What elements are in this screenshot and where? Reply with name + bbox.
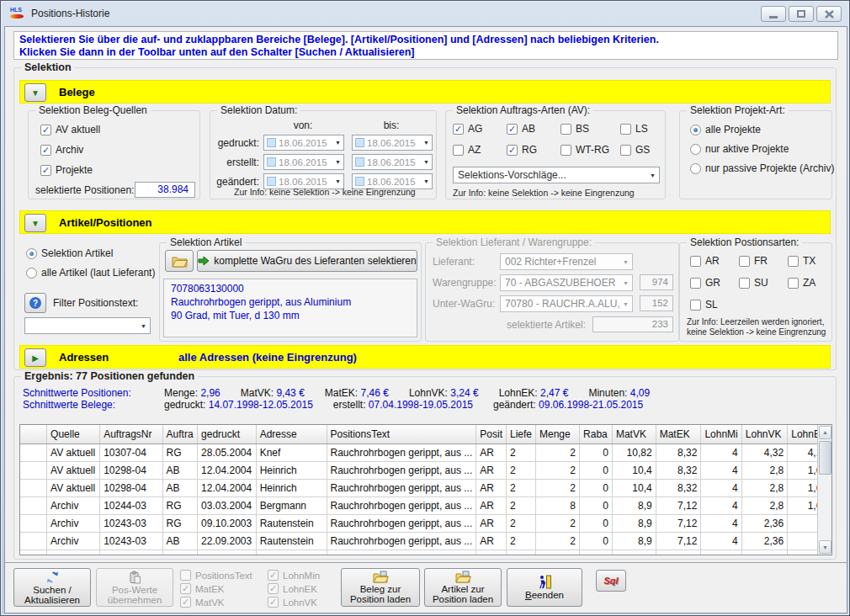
radio-dot[interactable] — [26, 248, 37, 259]
column-header[interactable]: AuftragsNr — [100, 425, 162, 443]
checkbox-su[interactable]: SU — [739, 277, 788, 289]
checkbox-fr[interactable]: FR — [739, 255, 788, 267]
radio-selektion-artikel[interactable]: Selektion Artikel — [26, 247, 155, 259]
checkbox-box[interactable]: ✓ — [40, 125, 51, 135]
checkbox-box[interactable] — [453, 145, 464, 156]
title-bar[interactable]: HLS Positions-Historie — [1, 1, 849, 26]
checkbox-ar[interactable]: AR — [690, 255, 739, 267]
belege-collapse-button[interactable]: ▼ — [24, 83, 46, 102]
maximize-button[interactable] — [789, 6, 814, 22]
checkbox-projekte[interactable]: ✓Projekte — [40, 164, 100, 176]
beenden-button[interactable]: Beenden — [507, 568, 582, 607]
beleg-zur-position-laden-button[interactable]: Beleg zur Position laden — [341, 568, 420, 607]
date-checkbox[interactable] — [267, 157, 276, 167]
minimize-button[interactable] — [761, 6, 786, 22]
checkbox-box[interactable]: ✓ — [40, 145, 51, 156]
suchen-aktualisieren-button[interactable]: Suchen / Aktualisieren — [13, 568, 91, 607]
column-header[interactable]: LohnMi — [701, 425, 741, 443]
column-header[interactable]: LohnVK — [741, 425, 787, 443]
column-header[interactable]: Raba — [580, 425, 613, 443]
radio-dot[interactable] — [690, 125, 701, 135]
checkbox-box[interactable] — [788, 256, 799, 267]
scrollbar-thumb[interactable] — [819, 441, 831, 475]
filter-positionstext-dropdown[interactable]: ▼ — [24, 317, 151, 334]
checkbox-box[interactable] — [690, 278, 701, 289]
vertical-scrollbar[interactable]: ▲ ▼ — [817, 425, 831, 555]
column-header[interactable]: Menge — [536, 425, 580, 443]
column-header[interactable]: Quelle — [47, 425, 100, 443]
table-row[interactable]: AV aktuell10307-04RG28.05.2004KnefRauchr… — [20, 443, 831, 461]
checkbox-box[interactable]: ✓ — [507, 145, 518, 156]
checkbox-tx[interactable]: TX — [788, 255, 825, 267]
checkbox-box[interactable] — [690, 256, 701, 267]
radio-dot[interactable] — [690, 163, 701, 174]
checkbox-box[interactable] — [620, 145, 631, 156]
column-header[interactable]: MatEK — [656, 425, 701, 443]
checkbox-box[interactable] — [788, 278, 799, 289]
checkbox-wt-rg[interactable]: WT-RG — [560, 144, 620, 156]
checkbox-box[interactable] — [739, 278, 750, 289]
selektions-vorschlaege-dropdown[interactable]: Selektions-Vorschläge... ▼ — [453, 167, 660, 183]
checkbox-av-aktuell[interactable]: ✓AV aktuell — [40, 124, 100, 135]
artikel-collapse-button[interactable]: ▼ — [24, 214, 46, 232]
radio-nur-passive-projekte-archiv-[interactable]: nur passive Projekte (Archiv) — [690, 162, 834, 174]
column-header[interactable]: Adresse — [256, 425, 327, 443]
checkbox-ab[interactable]: ✓AB — [507, 123, 560, 135]
checkbox-box[interactable] — [739, 256, 750, 267]
checkbox-rg[interactable]: ✓RG — [507, 144, 560, 156]
wagru-select-button[interactable]: komplette WaGru des Lieferanten selektie… — [197, 250, 417, 272]
column-header[interactable] — [20, 425, 47, 443]
table-row[interactable]: AV aktuell10298-04AB12.04.2004HeinrichRa… — [20, 479, 831, 497]
column-header[interactable]: Liefe — [506, 425, 535, 443]
checkbox-box[interactable]: ✓ — [507, 124, 518, 135]
checkbox-bs[interactable]: BS — [560, 123, 620, 135]
help-button[interactable]: ? — [24, 293, 46, 313]
scroll-up-button[interactable]: ▲ — [819, 426, 831, 439]
radio-alle-artikel-laut-lieferant-[interactable]: alle Artikel (laut Lieferant) — [26, 267, 155, 279]
date-picker[interactable]: 18.06.2015▼ — [263, 135, 344, 151]
scroll-down-button[interactable]: ▼ — [819, 540, 831, 554]
open-artikel-button[interactable] — [165, 250, 194, 272]
artikel-section-header[interactable]: ▼ Artikel/Positionen — [19, 210, 831, 234]
checkbox-ag[interactable]: ✓AG — [453, 123, 507, 135]
belege-section-header[interactable]: ▼ Belege — [19, 80, 831, 104]
column-header[interactable]: Auftra — [162, 425, 198, 443]
column-header[interactable]: MatVK — [612, 425, 656, 443]
checkbox-za[interactable]: ZA — [788, 277, 825, 289]
adressen-collapse-button[interactable]: ▶ — [24, 348, 46, 367]
radio-dot[interactable] — [690, 144, 701, 155]
checkbox-gr[interactable]: GR — [690, 277, 739, 289]
checkbox-box[interactable] — [560, 124, 571, 135]
checkbox-az[interactable]: AZ — [453, 144, 507, 156]
table-row[interactable]: Archiv10244-03RG03.03.2004BergmannRauchr… — [20, 497, 831, 514]
table-row[interactable]: AV aktuell10298-04AB12.04.2004HeinrichRa… — [20, 461, 831, 479]
table-row[interactable]: Archiv10243-03RG09.10.2003RautensteinRau… — [20, 514, 831, 532]
checkbox-sl[interactable]: SL — [690, 299, 739, 311]
checkbox-ls[interactable]: LS — [620, 123, 664, 135]
date-checkbox[interactable] — [355, 138, 364, 147]
date-checkbox[interactable] — [355, 157, 364, 167]
sql-button[interactable]: Sql — [596, 570, 626, 592]
table-row[interactable]: Archiv10243-03AB22.09.2003RautensteinRau… — [20, 532, 831, 550]
date-checkbox[interactable] — [267, 177, 276, 186]
column-header[interactable]: PositionsText — [327, 425, 476, 443]
checkbox-gs[interactable]: GS — [620, 144, 664, 156]
date-picker[interactable]: 18.06.2015▼ — [352, 154, 433, 170]
date-checkbox[interactable] — [355, 177, 364, 186]
checkbox-archiv[interactable]: ✓Archiv — [40, 144, 100, 156]
date-picker[interactable]: 18.06.2015▼ — [352, 135, 433, 151]
artikel-zur-position-laden-button[interactable]: Artikel zur Position laden — [424, 568, 502, 607]
column-header[interactable]: gedruckt — [198, 425, 257, 443]
radio-dot[interactable] — [26, 268, 37, 279]
checkbox-box[interactable] — [620, 124, 631, 135]
radio-nur-aktive-projekte[interactable]: nur aktive Projekte — [690, 143, 834, 155]
date-checkbox[interactable] — [267, 138, 276, 147]
adressen-section-header[interactable]: ▶ Adressen alle Adressen (keine Eingrenz… — [19, 345, 831, 369]
column-header[interactable]: Posit — [476, 425, 507, 443]
checkbox-box[interactable] — [690, 300, 701, 311]
checkbox-box[interactable]: ✓ — [40, 165, 51, 176]
date-picker[interactable]: 18.06.2015▼ — [263, 154, 344, 170]
checkbox-box[interactable]: ✓ — [453, 124, 464, 135]
radio-alle-projekte[interactable]: alle Projekte — [690, 124, 834, 135]
close-button[interactable] — [816, 6, 842, 22]
